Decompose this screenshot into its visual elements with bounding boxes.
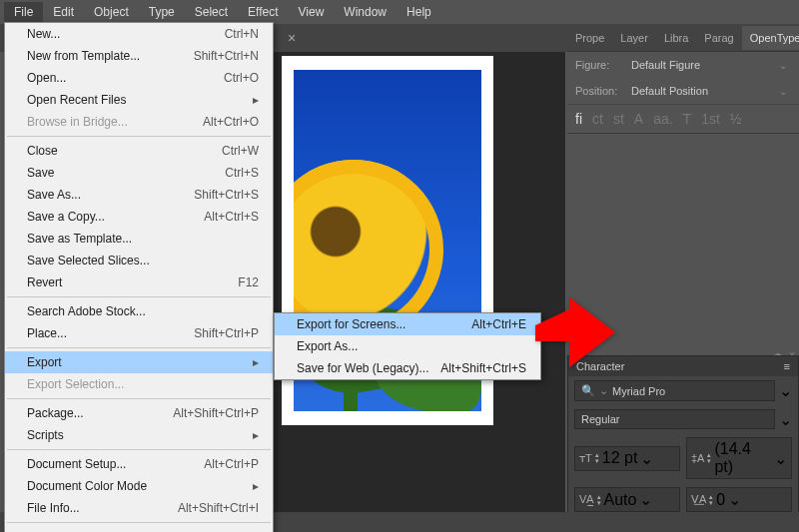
menubar: FileEditObjectTypeSelectEffectViewWindow… xyxy=(0,0,799,24)
opentype-feature-icon[interactable]: fi xyxy=(575,111,582,127)
stepper-icon[interactable]: ▴▾ xyxy=(709,494,713,506)
chevron-down-icon[interactable]: ⌄ xyxy=(779,381,792,400)
menu-item-save-a-copy[interactable]: Save a Copy...Alt+Ctrl+S xyxy=(5,206,273,228)
opentype-feature-icon[interactable]: T xyxy=(683,111,692,127)
menu-item-export[interactable]: Export▸ xyxy=(5,351,273,373)
tracking-field[interactable]: V͟A ▴▾ 0 ⌄ xyxy=(686,487,792,512)
position-row: Position: Default Position ⌄ xyxy=(567,78,799,104)
panel-menu-icon[interactable]: ≡ xyxy=(784,360,790,372)
opentype-feature-icon[interactable]: aa. xyxy=(653,111,672,127)
menu-item-export-selection: Export Selection... xyxy=(5,373,273,395)
tab-opentype[interactable]: OpenType xyxy=(742,26,799,50)
stepper-icon[interactable]: ▴▾ xyxy=(707,452,711,464)
submenu-arrow-icon: ▸ xyxy=(253,428,259,442)
menu-item-export-for-screens[interactable]: Export for Screens...Alt+Ctrl+E xyxy=(275,313,540,335)
menu-object[interactable]: Object xyxy=(84,2,139,22)
menu-help[interactable]: Help xyxy=(397,2,441,22)
menu-item-new[interactable]: New...Ctrl+N xyxy=(5,23,273,45)
position-label: Position: xyxy=(575,85,621,97)
opentype-feature-icon[interactable]: st xyxy=(613,111,624,127)
menu-item-open-recent-files[interactable]: Open Recent Files▸ xyxy=(5,89,273,111)
menu-item-save-selected-slices[interactable]: Save Selected Slices... xyxy=(5,250,273,271)
kerning-icon: VA̲ xyxy=(579,493,594,506)
font-style-select[interactable]: Regular xyxy=(574,409,775,429)
chevron-down-icon: ⌄ xyxy=(779,60,787,71)
submenu-arrow-icon: ▸ xyxy=(253,93,259,107)
submenu-arrow-icon: ▸ xyxy=(253,355,259,369)
menu-item-export-as[interactable]: Export As... xyxy=(275,335,540,357)
kerning-field[interactable]: VA̲ ▴▾ Auto ⌄ xyxy=(574,487,680,512)
figure-row: Figure: Default Figure ⌄ xyxy=(567,52,799,78)
font-size-field[interactable]: ᴛT ▴▾ 12 pt ⌄ xyxy=(574,446,680,471)
leading-field[interactable]: ‡A ▴▾ (14.4 pt) ⌄ xyxy=(686,437,792,479)
leading-icon: ‡A xyxy=(691,452,704,464)
opentype-feature-icon[interactable]: ½ xyxy=(730,111,742,127)
opentype-feature-icon[interactable]: 1st xyxy=(701,111,720,127)
menu-separator xyxy=(7,136,271,137)
submenu-arrow-icon: ▸ xyxy=(253,479,259,493)
panel-tabs: PropeLayerLibraParagOpenType xyxy=(567,24,799,52)
annotation-arrow xyxy=(535,297,615,371)
menu-separator xyxy=(7,398,271,399)
menu-effect[interactable]: Effect xyxy=(238,2,288,22)
menu-item-package[interactable]: Package...Alt+Shift+Ctrl+P xyxy=(5,402,273,424)
stepper-icon[interactable]: ▴▾ xyxy=(595,452,599,464)
position-select[interactable]: Default Position ⌄ xyxy=(627,83,791,99)
tab-close-icon[interactable]: × xyxy=(280,26,304,50)
font-size-icon: ᴛT xyxy=(579,452,592,465)
menu-separator xyxy=(7,449,271,450)
chevron-down-icon[interactable]: ⌄ xyxy=(779,410,792,429)
figure-label: Figure: xyxy=(575,59,621,71)
character-panel: Character ≡ 🔍 ⌄ Myriad Pro ⌄ Regular ⌄ ᴛ… xyxy=(567,355,799,517)
stepper-icon[interactable]: ▴▾ xyxy=(597,494,601,506)
menu-item-open[interactable]: Open...Ctrl+O xyxy=(5,67,273,89)
tab-parag[interactable]: Parag xyxy=(696,26,741,50)
chevron-down-icon: ⌄ xyxy=(779,86,787,97)
opentype-icon-row: fictstAaa.T1st½ xyxy=(567,104,799,134)
menu-file[interactable]: File xyxy=(4,2,43,22)
tracking-icon: V͟A xyxy=(691,493,706,506)
menu-item-search-adobe-stock[interactable]: Search Adobe Stock... xyxy=(5,300,273,322)
menu-item-save[interactable]: SaveCtrl+S xyxy=(5,162,273,184)
menu-window[interactable]: Window xyxy=(334,2,397,22)
menu-separator xyxy=(7,347,271,348)
menu-item-print[interactable]: Print...Ctrl+P xyxy=(5,526,273,532)
menu-item-revert[interactable]: RevertF12 xyxy=(5,271,273,293)
menu-item-document-setup[interactable]: Document Setup...Alt+Ctrl+P xyxy=(5,453,273,475)
menu-type[interactable]: Type xyxy=(139,2,185,22)
menu-item-file-info[interactable]: File Info...Alt+Shift+Ctrl+I xyxy=(5,497,273,519)
menu-view[interactable]: View xyxy=(289,2,335,22)
menu-item-browse-in-bridge: Browse in Bridge...Alt+Ctrl+O xyxy=(5,111,273,133)
opentype-feature-icon[interactable]: ct xyxy=(592,111,603,127)
menu-item-close[interactable]: CloseCtrl+W xyxy=(5,140,273,162)
menu-edit[interactable]: Edit xyxy=(43,2,84,22)
menu-item-save-as-template[interactable]: Save as Template... xyxy=(5,228,273,250)
menu-item-new-from-template[interactable]: New from Template...Shift+Ctrl+N xyxy=(5,45,273,67)
menu-item-save-for-web-legacy[interactable]: Save for Web (Legacy)...Alt+Shift+Ctrl+S xyxy=(275,357,540,379)
file-menu-dropdown: New...Ctrl+NNew from Template...Shift+Ct… xyxy=(4,22,274,532)
menu-item-save-as[interactable]: Save As...Shift+Ctrl+S xyxy=(5,184,273,206)
svg-marker-0 xyxy=(535,297,615,367)
search-icon: 🔍 xyxy=(581,384,595,397)
export-submenu: Export for Screens...Alt+Ctrl+EExport As… xyxy=(274,312,541,380)
figure-select[interactable]: Default Figure ⌄ xyxy=(627,57,791,73)
menu-item-scripts[interactable]: Scripts▸ xyxy=(5,424,273,446)
tab-layer[interactable]: Layer xyxy=(612,26,656,50)
menu-separator xyxy=(7,296,271,297)
menu-item-place[interactable]: Place...Shift+Ctrl+P xyxy=(5,322,273,344)
tab-libra[interactable]: Libra xyxy=(656,26,696,50)
tab-prope[interactable]: Prope xyxy=(567,26,612,50)
menu-select[interactable]: Select xyxy=(185,2,238,22)
menu-item-document-color-mode[interactable]: Document Color Mode▸ xyxy=(5,475,273,497)
opentype-feature-icon[interactable]: A xyxy=(634,111,643,127)
menu-separator xyxy=(7,522,271,523)
font-family-select[interactable]: 🔍 ⌄ Myriad Pro xyxy=(574,380,775,401)
